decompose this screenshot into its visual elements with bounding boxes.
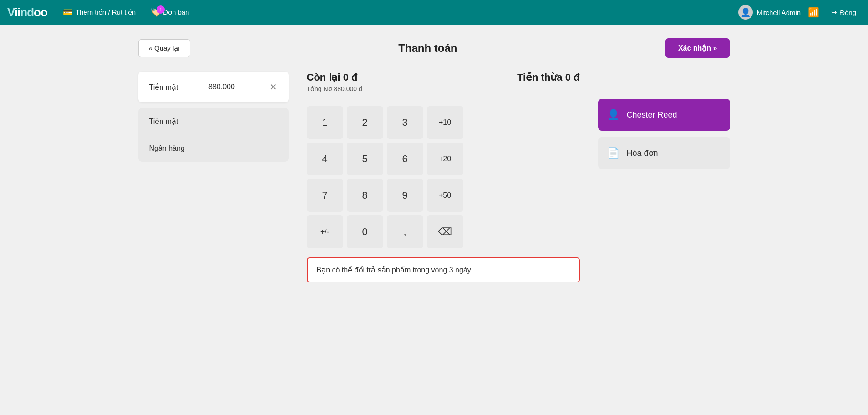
numpad-1[interactable]: 1	[307, 106, 343, 139]
numpad-5[interactable]: 5	[347, 143, 383, 175]
avatar: 👤	[738, 5, 753, 20]
return-policy-text: Bạn có thể đổi trả sản phẩm trong vòng 3…	[317, 266, 471, 274]
numpad-9[interactable]: 9	[387, 179, 423, 212]
remaining-display: Còn lại 0 đ	[307, 72, 362, 83]
customer-icon: 👤	[607, 109, 619, 121]
page-header: « Quay lại Thanh toán Xác nhận »	[138, 38, 730, 58]
change-value: 0 đ	[565, 72, 580, 83]
nav-item-them-tien[interactable]: 💳 Thêm tiền / Rút tiền	[56, 5, 142, 20]
page-title: Thanh toán	[398, 42, 457, 55]
customer-name: Chester Reed	[627, 110, 677, 120]
close-label: Đóng	[840, 9, 856, 16]
numpad-2[interactable]: 2	[347, 106, 383, 139]
orders-badge: 1	[157, 5, 165, 14]
confirm-button[interactable]: Xác nhận »	[665, 38, 730, 58]
active-method-name: Tiền mặt	[149, 83, 178, 92]
numpad-plus20[interactable]: +20	[427, 143, 463, 175]
invoice-icon: 📄	[607, 147, 619, 159]
topbar-nav: 💳 Thêm tiền / Rút tiền 🏷️ 1 Đơn bán	[56, 5, 739, 20]
payment-option-ngan-hang[interactable]: Ngân hàng	[138, 135, 289, 162]
topbar: Viindoo 💳 Thêm tiền / Rút tiền 🏷️ 1 Đơn …	[0, 0, 868, 25]
summary-left: Còn lại 0 đ Tổng Nợ 880.000 đ	[307, 72, 362, 92]
change-display: Tiền thừa 0 đ	[517, 72, 580, 83]
close-arrow-icon: ↪	[831, 8, 837, 16]
wifi-icon: 📶	[808, 7, 819, 18]
user-menu[interactable]: 👤 Mitchell Admin	[738, 5, 801, 20]
numpad-backspace[interactable]: ⌫	[427, 215, 463, 248]
summary-row: Còn lại 0 đ Tổng Nợ 880.000 đ Tiền thừa …	[307, 72, 580, 92]
money-transfer-icon: 💳	[63, 7, 73, 17]
customer-button[interactable]: 👤 Chester Reed	[598, 99, 730, 131]
numpad-6[interactable]: 6	[387, 143, 423, 175]
remaining-value: 0 đ	[343, 72, 358, 83]
change-label: Tiền thừa	[517, 72, 565, 83]
total-value: 880.000 đ	[334, 85, 362, 92]
numpad-plus10[interactable]: +10	[427, 106, 463, 139]
numpad-plus50[interactable]: +50	[427, 179, 463, 212]
nav-label-don-ban: Đơn bán	[163, 8, 189, 16]
numpad-3[interactable]: 3	[387, 106, 423, 139]
invoice-label: Hóa đơn	[627, 148, 658, 158]
center-panel: Còn lại 0 đ Tổng Nợ 880.000 đ Tiền thừa …	[307, 72, 580, 282]
invoice-button[interactable]: 📄 Hóa đơn	[598, 137, 730, 169]
total-label: Tổng Nợ	[307, 85, 334, 92]
payment-option-label-tien-mat: Tiền mặt	[149, 118, 178, 125]
total-display: Tổng Nợ 880.000 đ	[307, 85, 362, 92]
left-panel: Tiền mặt 880.000 ✕ Tiền mặt Ngân hàng	[138, 72, 289, 162]
payment-option-label-ngan-hang: Ngân hàng	[149, 144, 185, 152]
payment-option-tien-mat[interactable]: Tiền mặt	[138, 108, 289, 135]
remaining-label: Còn lại	[307, 72, 343, 83]
numpad: 1 2 3 +10 4 5 6 +20 7 8 9 +50 +/- 0 , ⌫	[307, 106, 580, 248]
nav-label-them-tien: Thêm tiền / Rút tiền	[76, 8, 136, 16]
numpad-7[interactable]: 7	[307, 179, 343, 212]
nav-item-don-ban[interactable]: 🏷️ 1 Đơn bán	[144, 5, 195, 20]
numpad-8[interactable]: 8	[347, 179, 383, 212]
payment-body: Tiền mặt 880.000 ✕ Tiền mặt Ngân hàng Cò…	[138, 72, 730, 282]
return-policy-note: Bạn có thể đổi trả sản phẩm trong vòng 3…	[307, 257, 580, 282]
topbar-right: 👤 Mitchell Admin 📶 ↪ Đóng	[738, 5, 861, 20]
numpad-0[interactable]: 0	[347, 215, 383, 248]
right-panel: 👤 Chester Reed 📄 Hóa đơn	[598, 99, 730, 169]
numpad-plusminus[interactable]: +/-	[307, 215, 343, 248]
main-content: « Quay lại Thanh toán Xác nhận » Tiền mặ…	[0, 25, 868, 415]
active-payment-method: Tiền mặt 880.000 ✕	[138, 72, 289, 102]
user-name: Mitchell Admin	[756, 9, 801, 16]
close-button[interactable]: ↪ Đóng	[827, 5, 861, 19]
payment-options: Tiền mặt Ngân hàng	[138, 108, 289, 162]
logo: Viindoo	[7, 5, 47, 20]
numpad-4[interactable]: 4	[307, 143, 343, 175]
back-button[interactable]: « Quay lại	[138, 39, 190, 57]
remove-payment-button[interactable]: ✕	[269, 82, 277, 92]
numpad-comma[interactable]: ,	[387, 215, 423, 248]
active-method-amount: 880.000	[208, 83, 235, 91]
